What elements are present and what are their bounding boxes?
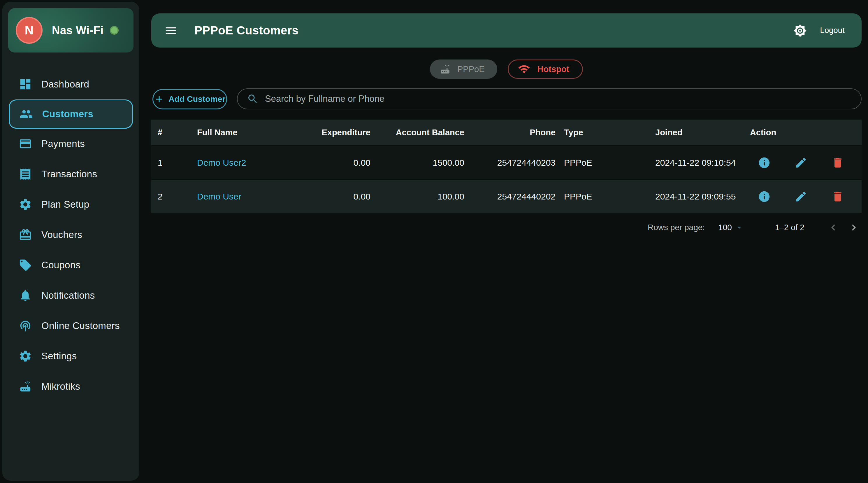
router-icon — [19, 380, 32, 393]
row-index: 2 — [151, 192, 197, 202]
add-customer-button[interactable]: Add Customer — [152, 89, 227, 109]
hotspot-filter-button[interactable]: Hotspot — [508, 59, 583, 79]
brand-card: N Nas Wi-Fi — [8, 8, 133, 53]
sidebar-item-customers[interactable]: Customers — [9, 100, 133, 129]
row-type: PPPoE — [556, 158, 646, 168]
sidebar-item-label: Notifications — [41, 290, 95, 301]
customer-name-link[interactable]: Demo User2 — [197, 158, 246, 167]
sidebar-item-label: Plan Setup — [41, 199, 89, 210]
column-header-type: Type — [556, 128, 646, 137]
pppoe-filter-label: PPPoE — [457, 64, 485, 74]
sidebar-item-label: Payments — [41, 138, 85, 149]
sidebar-item-dashboard[interactable]: Dashboard — [9, 69, 133, 100]
sidebar-item-notifications[interactable]: Notifications — [9, 280, 133, 311]
table-row: 2 Demo User 0.00 100.00 254724440202 PPP… — [151, 180, 862, 213]
search-input[interactable] — [265, 94, 852, 104]
sidebar: N Nas Wi-Fi Dashboard Customers Payments… — [2, 2, 139, 481]
sidebar-item-label: Dashboard — [41, 79, 89, 90]
row-expenditure: 0.00 — [291, 192, 370, 202]
row-joined: 2024-11-22 09:09:55 — [646, 192, 740, 202]
row-joined: 2024-11-22 09:10:54 — [646, 158, 740, 168]
table-pagination: Rows per page: 100 1–2 of 2 — [648, 217, 860, 238]
credit-card-icon — [19, 137, 32, 150]
people-icon — [20, 107, 33, 121]
gear-icon — [19, 349, 32, 363]
row-actions — [740, 190, 862, 203]
sidebar-item-label: Vouchers — [41, 229, 82, 240]
gift-icon — [19, 228, 32, 242]
search-icon — [247, 93, 258, 105]
plus-icon — [154, 94, 164, 105]
sidebar-item-transactions[interactable]: Transactions — [9, 159, 133, 189]
sidebar-item-label: Settings — [41, 350, 77, 362]
sidebar-item-label: Online Customers — [41, 320, 120, 331]
brand-name: Nas Wi-Fi — [52, 24, 103, 37]
table-row: 1 Demo User2 0.00 1500.00 254724440203 P… — [151, 146, 862, 179]
customers-table: # Full Name Expenditure Account Balance … — [151, 120, 862, 213]
sidebar-item-plan-setup[interactable]: Plan Setup — [9, 189, 133, 220]
info-icon[interactable] — [758, 190, 771, 203]
delete-icon[interactable] — [831, 156, 844, 169]
delete-icon[interactable] — [831, 190, 844, 203]
sidebar-item-label: Transactions — [41, 169, 97, 180]
add-customer-label: Add Customer — [168, 94, 225, 104]
dashboard-icon — [19, 78, 32, 91]
brightness-settings-icon[interactable] — [794, 24, 807, 37]
logout-button[interactable]: Logout — [820, 26, 845, 35]
tag-icon — [19, 258, 32, 272]
row-account-balance: 100.00 — [370, 192, 464, 202]
info-icon[interactable] — [758, 156, 771, 169]
table-header-row: # Full Name Expenditure Account Balance … — [151, 120, 862, 145]
previous-page-button[interactable] — [827, 221, 839, 234]
sidebar-item-payments[interactable]: Payments — [9, 129, 133, 159]
app-root: N Nas Wi-Fi Dashboard Customers Payments… — [0, 0, 868, 483]
sidebar-item-label: Coupons — [41, 260, 81, 271]
search-bar — [237, 88, 862, 109]
sidebar-item-online-customers[interactable]: Online Customers — [9, 311, 133, 341]
wifi-tethering-icon — [19, 319, 32, 333]
menu-icon[interactable] — [164, 24, 178, 37]
avatar: N — [16, 17, 42, 44]
sidebar-item-mikrotiks[interactable]: Mikrotiks — [9, 371, 133, 402]
column-header-joined: Joined — [646, 128, 740, 137]
topbar: PPPoE Customers Logout — [151, 13, 862, 48]
column-header-action: Action — [740, 128, 862, 137]
edit-icon[interactable] — [795, 190, 807, 203]
sidebar-item-settings[interactable]: Settings — [9, 341, 133, 371]
edit-icon[interactable] — [795, 156, 807, 169]
sidebar-item-label: Customers — [42, 109, 93, 120]
next-page-button[interactable] — [847, 221, 860, 234]
row-type: PPPoE — [556, 192, 646, 202]
type-filter-row: PPPoE Hotspot — [151, 59, 862, 79]
sidebar-item-vouchers[interactable]: Vouchers — [9, 220, 133, 250]
online-status-dot — [110, 26, 119, 35]
rows-per-page-value: 100 — [718, 223, 732, 232]
topbar-actions: Logout — [794, 24, 845, 37]
pagination-range: 1–2 of 2 — [775, 223, 804, 232]
column-header-full-name: Full Name — [197, 128, 291, 137]
avatar-initial: N — [25, 23, 33, 37]
bell-icon — [19, 289, 32, 302]
row-phone: 254724440203 — [464, 158, 556, 168]
hotspot-filter-label: Hotspot — [537, 64, 569, 74]
row-phone: 254724440202 — [464, 192, 556, 202]
customer-name-link[interactable]: Demo User — [197, 192, 241, 201]
row-expenditure: 0.00 — [291, 158, 370, 168]
rows-per-page-select[interactable]: 100 — [718, 223, 744, 232]
sidebar-item-coupons[interactable]: Coupons — [9, 250, 133, 280]
router-icon — [439, 63, 451, 75]
page-title: PPPoE Customers — [194, 24, 299, 37]
row-actions — [740, 156, 862, 169]
rows-per-page-label: Rows per page: — [648, 223, 705, 232]
column-header-account-balance: Account Balance — [370, 128, 464, 137]
chevron-down-icon — [734, 223, 744, 232]
receipt-icon — [19, 167, 32, 181]
column-header-phone: Phone — [464, 128, 556, 137]
row-account-balance: 1500.00 — [370, 158, 464, 168]
gear-icon — [19, 198, 32, 211]
column-header-expenditure: Expenditure — [291, 128, 370, 137]
pppoe-filter-button[interactable]: PPPoE — [430, 59, 498, 79]
sidebar-nav: Dashboard Customers Payments Transaction… — [2, 69, 139, 402]
wifi-icon — [518, 63, 530, 75]
row-index: 1 — [151, 158, 197, 168]
